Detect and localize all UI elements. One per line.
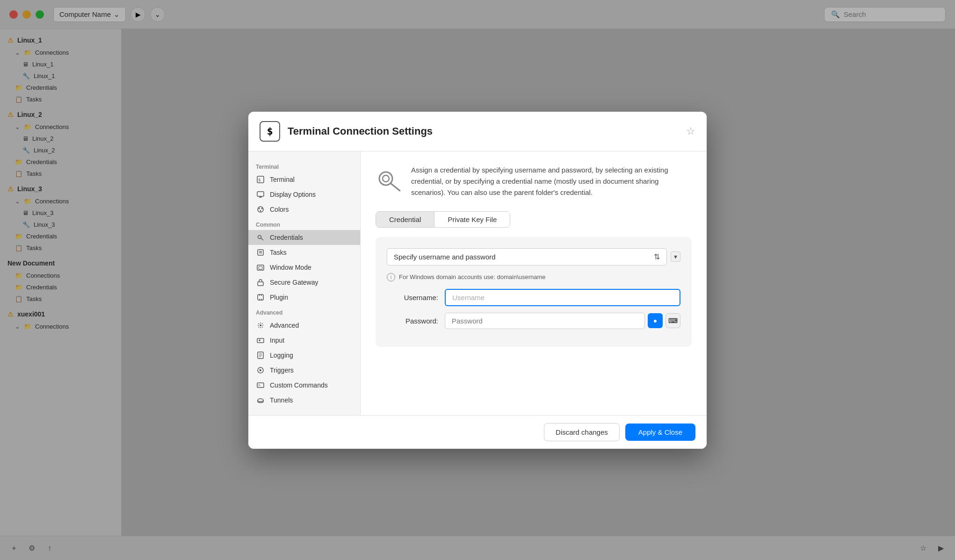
nav-item-display-options[interactable]: Display Options xyxy=(248,187,360,202)
svg-point-7 xyxy=(261,208,263,209)
nav-item-credentials-label: Credentials xyxy=(270,234,303,241)
window-mode-icon xyxy=(256,264,265,271)
plugin-icon xyxy=(256,294,265,301)
username-label: Username: xyxy=(387,294,438,302)
credentials-section: Specify username and password ⇅ ▾ xyxy=(376,237,692,347)
svg-point-6 xyxy=(259,208,260,209)
modal-nav: Terminal $ Terminal Display Options xyxy=(248,151,361,415)
tab-credential[interactable]: Credential xyxy=(376,212,434,227)
credential-info: Assign a credential by specifying userna… xyxy=(376,165,692,198)
tunnels-icon xyxy=(256,396,265,404)
username-input[interactable] xyxy=(445,289,680,306)
nav-section-terminal: Terminal xyxy=(248,159,360,172)
tasks-nav-icon xyxy=(256,249,265,256)
credential-type-dropdown[interactable]: Specify username and password ⇅ xyxy=(387,248,667,266)
advanced-icon xyxy=(256,322,265,329)
nav-item-triggers[interactable]: Triggers xyxy=(248,363,360,378)
nav-item-triggers-label: Triggers xyxy=(270,366,294,374)
nav-item-custom-commands[interactable]: >_ Custom Commands xyxy=(248,378,360,393)
colors-icon xyxy=(256,206,265,213)
nav-item-terminal-label: Terminal xyxy=(270,176,295,183)
modal-title: Terminal Connection Settings xyxy=(288,125,433,137)
modal-icon: $ xyxy=(260,121,280,142)
credential-type-dropdown-row: Specify username and password ⇅ ▾ xyxy=(387,248,680,266)
stepper-icon[interactable]: ⇅ xyxy=(654,252,660,261)
modal-star-button[interactable]: ☆ xyxy=(686,125,695,137)
app-window: Computer Name ⌄ ▶ ⌄ 🔍 Search ⚠ Linux_1 ⌄… xyxy=(0,0,955,560)
nav-item-tunnels-label: Tunnels xyxy=(270,396,293,404)
nav-item-terminal[interactable]: $ Terminal xyxy=(248,172,360,187)
terminal-dollar-icon: $ xyxy=(267,125,273,137)
nav-item-secure-gateway[interactable]: Secure Gateway xyxy=(248,275,360,290)
discard-button[interactable]: Discard changes xyxy=(544,423,620,441)
modal-content: Assign a credential by specifying userna… xyxy=(361,151,707,415)
password-key-button[interactable]: ⌨ xyxy=(666,313,680,328)
display-options-icon xyxy=(256,191,265,198)
nav-item-tunnels[interactable]: Tunnels xyxy=(248,393,360,408)
terminal-nav-icon: $ xyxy=(256,176,265,183)
svg-line-33 xyxy=(391,183,400,191)
svg-line-10 xyxy=(261,238,263,240)
triggers-icon xyxy=(256,366,265,374)
nav-item-tasks[interactable]: Tasks xyxy=(248,245,360,260)
eye-icon: ● xyxy=(653,317,657,324)
credential-description: Assign a credential by specifying userna… xyxy=(411,165,692,198)
modal-overlay: $ Terminal Connection Settings ☆ Termina… xyxy=(0,0,955,560)
nav-item-window-mode[interactable]: Window Mode xyxy=(248,260,360,275)
apply-close-button[interactable]: Apply & Close xyxy=(625,424,695,441)
nav-item-window-mode-label: Window Mode xyxy=(270,264,311,271)
modal-footer: Discard changes Apply & Close xyxy=(248,415,707,449)
password-input[interactable] xyxy=(445,313,645,329)
keyboard-icon: ⌨ xyxy=(668,317,678,324)
dropdown-chevron-button[interactable]: ▾ xyxy=(671,251,680,262)
secure-gateway-icon xyxy=(256,279,265,286)
logging-icon xyxy=(256,352,265,359)
nav-item-advanced-label: Advanced xyxy=(270,322,299,329)
nav-item-plugin-label: Plugin xyxy=(270,294,288,301)
credentials-icon xyxy=(256,234,265,241)
nav-item-credentials[interactable]: Credentials xyxy=(248,230,360,245)
credential-type-value: Specify username and password xyxy=(394,253,496,261)
password-field-group: ● ⌨ xyxy=(445,313,680,329)
svg-rect-2 xyxy=(257,192,264,196)
key-icon xyxy=(376,166,402,198)
svg-rect-15 xyxy=(259,266,262,269)
nav-item-input[interactable]: Input xyxy=(248,333,360,348)
password-row: Password: ● ⌨ xyxy=(387,313,680,329)
svg-point-18 xyxy=(260,324,261,326)
modal-body: Terminal $ Terminal Display Options xyxy=(248,151,707,415)
svg-point-8 xyxy=(260,210,261,211)
svg-point-29 xyxy=(258,399,263,402)
nav-item-tasks-label: Tasks xyxy=(270,249,287,256)
nav-item-custom-commands-label: Custom Commands xyxy=(270,381,328,389)
username-row: Username: xyxy=(387,289,680,306)
nav-section-common: Common xyxy=(248,217,360,230)
svg-rect-11 xyxy=(258,250,263,255)
password-show-button[interactable]: ● xyxy=(648,313,663,328)
tab-private-key-file[interactable]: Private Key File xyxy=(434,212,510,227)
modal-tabs: Credential Private Key File xyxy=(376,211,510,228)
nav-item-colors[interactable]: Colors xyxy=(248,202,360,217)
chevron-down-icon: ▾ xyxy=(674,253,677,260)
custom-commands-icon: >_ xyxy=(256,381,265,389)
nav-item-advanced[interactable]: Advanced xyxy=(248,318,360,333)
svg-rect-17 xyxy=(258,294,263,300)
info-text: For Windows domain accounts use: domain\… xyxy=(399,273,546,280)
modal-dialog: $ Terminal Connection Settings ☆ Termina… xyxy=(248,112,707,449)
svg-text:$: $ xyxy=(258,178,260,182)
modal-header: $ Terminal Connection Settings ☆ xyxy=(248,112,707,151)
info-row: i For Windows domain accounts use: domai… xyxy=(387,273,680,281)
dropdown-controls: ⇅ xyxy=(654,252,660,261)
nav-item-logging[interactable]: Logging xyxy=(248,348,360,363)
input-icon xyxy=(256,337,265,344)
nav-item-secure-gateway-label: Secure Gateway xyxy=(270,279,318,286)
svg-point-9 xyxy=(258,235,261,238)
svg-text:>_: >_ xyxy=(258,383,263,388)
nav-item-plugin[interactable]: Plugin xyxy=(248,290,360,305)
info-icon: i xyxy=(387,273,395,281)
nav-item-logging-label: Logging xyxy=(270,352,293,359)
nav-section-advanced: Advanced xyxy=(248,305,360,318)
password-label: Password: xyxy=(387,317,438,325)
nav-item-input-label: Input xyxy=(270,337,284,344)
nav-item-display-label: Display Options xyxy=(270,191,316,198)
